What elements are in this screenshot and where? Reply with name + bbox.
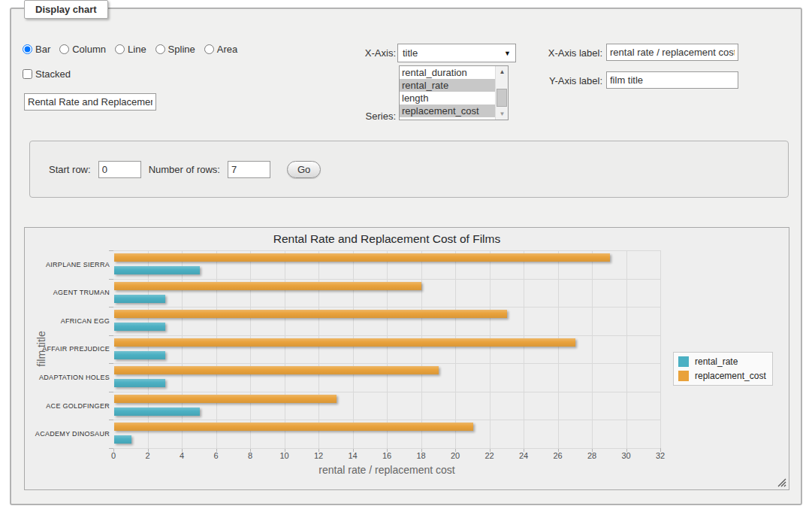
x-axis-label-field-label: X-Axis label: xyxy=(530,47,602,59)
y-axis-label-field-label: Y-Axis label: xyxy=(530,75,602,86)
num-rows-label: Number of rows: xyxy=(149,164,220,175)
stacked-checkbox[interactable] xyxy=(23,69,32,79)
series-option-rental-duration[interactable]: rental_duration xyxy=(400,66,495,79)
panel-title: Display chart xyxy=(24,0,108,19)
x-axis-field-label: X-Axis: xyxy=(342,47,396,59)
chevron-down-icon: ▼ xyxy=(504,50,511,57)
x-tick-label-14: 14 xyxy=(338,451,368,460)
stacked-row: Stacked xyxy=(23,68,71,80)
bar-replacement_cost-0 xyxy=(114,253,610,262)
category-label-2: AFRICAN EGG xyxy=(25,307,110,335)
gridline-x-12 xyxy=(318,250,319,448)
band-separator xyxy=(113,392,660,392)
spline-radio-label: Spline xyxy=(168,44,195,55)
category-label-6: ACADEMY DINOSAUR xyxy=(25,420,110,448)
x-tick-label-20: 20 xyxy=(440,451,470,460)
gridline-x-22 xyxy=(490,250,491,448)
gridline-x-2 xyxy=(148,250,149,448)
series-option-rental-rate[interactable]: rental_rate xyxy=(400,79,495,92)
legend-item-replacement_cost[interactable]: replacement_cost xyxy=(678,371,766,381)
x-tick-label-18: 18 xyxy=(406,451,436,460)
chart-type-option-bar[interactable]: Bar xyxy=(23,44,50,55)
resize-handle-icon[interactable] xyxy=(777,478,786,487)
legend-label-replacement_cost: replacement_cost xyxy=(695,371,766,381)
gridline-x-26 xyxy=(558,250,559,448)
chart-type-option-area[interactable]: Area xyxy=(204,44,237,55)
gridline-x-16 xyxy=(387,250,388,448)
y-tick xyxy=(109,448,113,449)
series-option-length[interactable]: length xyxy=(400,92,495,105)
bar-replacement_cost-4 xyxy=(114,366,439,374)
series-scrollbar[interactable]: ▲ ▼ xyxy=(495,66,508,120)
legend-label-rental_rate: rental_rate xyxy=(695,356,738,367)
category-label-1: AGENT TRUMAN xyxy=(25,279,110,308)
series-option-replacement-cost[interactable]: replacement_cost xyxy=(400,105,495,117)
column-radio[interactable] xyxy=(59,44,69,54)
chart-type-option-line[interactable]: Line xyxy=(115,44,146,55)
spline-radio[interactable] xyxy=(155,44,165,54)
x-axis-select[interactable]: title ▼ xyxy=(397,44,516,62)
go-button[interactable]: Go xyxy=(287,161,321,178)
band-separator xyxy=(113,448,660,449)
x-tick-label-4: 4 xyxy=(167,451,197,460)
stacked-option[interactable]: Stacked xyxy=(23,68,71,80)
gridline-x-14 xyxy=(353,250,354,448)
scroll-down-icon[interactable]: ▼ xyxy=(496,108,509,120)
y-axis-label-input[interactable] xyxy=(606,71,738,89)
band-separator xyxy=(113,335,660,336)
category-label-5: ACE GOLDFINGER xyxy=(25,392,110,420)
bar-rental_rate-2 xyxy=(114,323,165,331)
series-listbox[interactable]: rental_duration rental_rate length repla… xyxy=(399,65,509,120)
legend-swatch-replacement_cost xyxy=(678,371,689,381)
bar-replacement_cost-3 xyxy=(114,338,575,347)
bar-rental_rate-5 xyxy=(114,407,200,416)
gridline-x-24 xyxy=(524,250,524,448)
area-radio[interactable] xyxy=(204,44,214,54)
bar-rental_rate-6 xyxy=(114,435,131,444)
chart-area: Rental Rate and Replacement Cost of Film… xyxy=(24,227,789,490)
x-tick-label-2: 2 xyxy=(133,451,163,460)
stacked-label: Stacked xyxy=(35,68,71,80)
chart-title: Rental Rate and Replacement Cost of Film… xyxy=(113,232,660,246)
bar-radio[interactable] xyxy=(23,44,32,54)
x-tick-label-6: 6 xyxy=(201,451,231,460)
chart-type-option-column[interactable]: Column xyxy=(59,44,106,55)
gridline-x-8 xyxy=(250,250,251,448)
gridline-x-18 xyxy=(421,250,422,448)
legend-item-rental_rate[interactable]: rental_rate xyxy=(678,356,766,367)
gridline-x-28 xyxy=(592,250,593,448)
category-label-4: ADAPTATION HOLES xyxy=(25,363,110,392)
band-separator xyxy=(113,420,660,420)
band-separator xyxy=(113,363,660,364)
x-tick-label-10: 10 xyxy=(270,451,300,460)
x-tick-label-30: 30 xyxy=(611,451,641,460)
x-tick-label-26: 26 xyxy=(543,451,573,460)
line-radio[interactable] xyxy=(115,44,125,54)
band-separator xyxy=(113,279,660,280)
band-separator xyxy=(113,250,660,251)
rows-panel: Start row: Number of rows: Go xyxy=(29,141,789,198)
x-tick-label-24: 24 xyxy=(509,451,539,460)
gridline-x-20 xyxy=(455,250,456,448)
num-rows-input[interactable] xyxy=(228,161,270,178)
scrollbar-thumb[interactable] xyxy=(497,89,507,107)
area-radio-label: Area xyxy=(217,44,237,55)
x-tick-label-28: 28 xyxy=(577,451,607,460)
chart-type-option-spline[interactable]: Spline xyxy=(155,44,195,55)
x-axis-title: rental rate / replacement cost xyxy=(113,464,660,476)
series-options: rental_duration rental_rate length repla… xyxy=(400,66,495,120)
bar-rental_rate-4 xyxy=(114,379,165,387)
scroll-up-icon[interactable]: ▲ xyxy=(496,66,509,77)
display-chart-panel: Display chart Bar Column Line Spline Are… xyxy=(10,8,802,505)
bar-replacement_cost-6 xyxy=(114,423,473,431)
x-tick-label-8: 8 xyxy=(235,451,265,460)
x-tick-label-12: 12 xyxy=(303,451,334,460)
bar-replacement_cost-5 xyxy=(114,395,337,403)
chart-legend: rental_ratereplacement_cost xyxy=(673,352,773,386)
start-row-input[interactable] xyxy=(98,161,141,178)
bar-radio-label: Bar xyxy=(35,44,50,55)
gridline-x-10 xyxy=(285,250,285,448)
legend-swatch-rental_rate xyxy=(678,356,689,367)
x-axis-label-input[interactable] xyxy=(606,44,738,61)
chart-title-input[interactable] xyxy=(24,93,156,111)
